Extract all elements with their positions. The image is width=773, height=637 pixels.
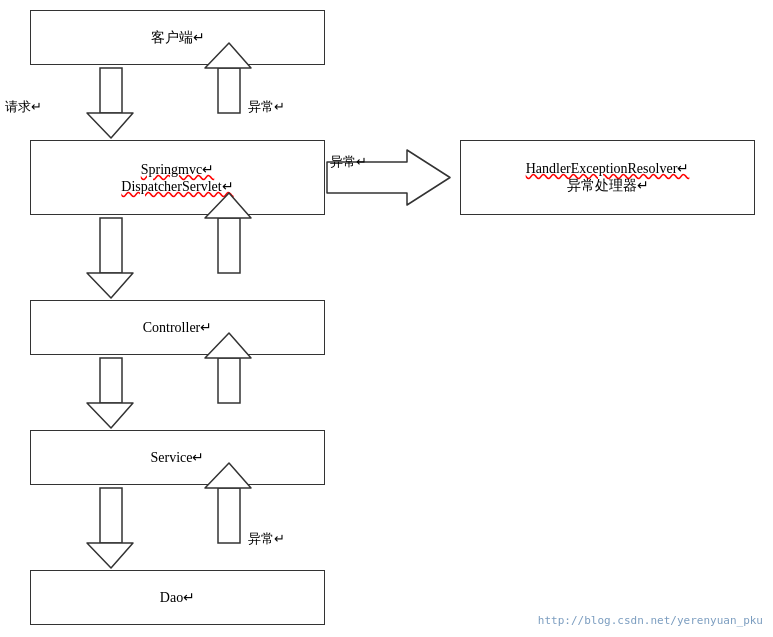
svg-rect-7 <box>100 218 122 273</box>
label-exception-bottom: 异常↵ <box>248 530 285 548</box>
svg-rect-13 <box>218 358 240 403</box>
arrows-svg <box>0 0 773 637</box>
down-arrow-left-3 <box>87 358 133 428</box>
svg-rect-3 <box>100 68 122 113</box>
up-arrow-right-2 <box>205 193 251 273</box>
up-arrow-right-3 <box>205 333 251 403</box>
svg-rect-9 <box>218 218 240 273</box>
svg-marker-4 <box>87 113 133 138</box>
svg-marker-16 <box>87 543 133 568</box>
down-arrow-left-2 <box>87 218 133 298</box>
svg-rect-15 <box>100 488 122 543</box>
svg-marker-12 <box>87 403 133 428</box>
svg-rect-5 <box>218 68 240 113</box>
label-exception-right: 异常↵ <box>330 153 367 171</box>
label-request: 请求↵ <box>5 98 42 116</box>
watermark: http://blog.csdn.net/yerenyuan_pku <box>538 614 763 627</box>
svg-marker-14 <box>205 333 251 358</box>
label-exception-top: 异常↵ <box>248 98 285 116</box>
svg-marker-10 <box>205 193 251 218</box>
svg-marker-8 <box>87 273 133 298</box>
svg-marker-6 <box>205 43 251 68</box>
up-arrow-right-4 <box>205 463 251 543</box>
svg-rect-11 <box>100 358 122 403</box>
up-arrow-right-1 <box>205 43 251 113</box>
down-arrow-left-1 <box>87 68 133 138</box>
svg-rect-17 <box>218 488 240 543</box>
svg-marker-18 <box>205 463 251 488</box>
down-arrow-left-4 <box>87 488 133 568</box>
diagram-container: 客户端↵ Springmvc↵ DispatcherServlet↵ Contr… <box>0 0 773 637</box>
